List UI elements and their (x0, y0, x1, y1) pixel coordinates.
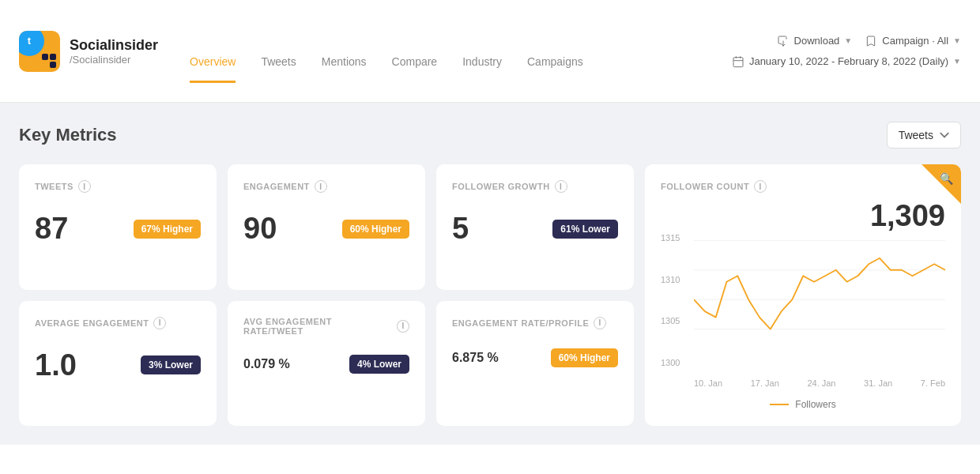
date-range-label: January 10, 2022 - February 8, 2022 (Dai… (749, 55, 948, 67)
legend-line (770, 404, 789, 405)
y-label-1315: 1315 (661, 233, 680, 243)
tweets-label: TWEETS i (35, 180, 201, 193)
avg-rate-tweet-badge: 4% Lower (349, 355, 409, 374)
nav-item-mentions[interactable]: Mentions (322, 36, 367, 83)
tweets-value: 87 (35, 212, 68, 246)
engagement-badge: 60% Higher (342, 220, 409, 239)
y-label-1300: 1300 (661, 358, 680, 367)
date-range-button[interactable]: January 10, 2022 - February 8, 2022 (Dai… (732, 55, 961, 68)
rate-profile-info-icon[interactable]: i (594, 317, 606, 329)
chart-line (694, 258, 945, 329)
calendar-icon (732, 55, 744, 68)
avg-engagement-value: 1.0 (35, 348, 77, 382)
main-nav: Overview Tweets Mentions Compare Industr… (190, 20, 583, 83)
avg-rate-tweet-label: AVG ENGAGEMENT RATE/TWEET i (243, 317, 409, 336)
chart-legend: Followers (661, 399, 945, 410)
follower-growth-label: FOLLOWER GROWTH i (452, 180, 618, 193)
nav-item-tweets[interactable]: Tweets (261, 36, 296, 83)
follower-growth-value: 5 (452, 212, 469, 246)
engagement-card: ENGAGEMENT i 90 60% Higher (228, 164, 425, 290)
tweets-badge: 67% Higher (134, 220, 201, 239)
rate-profile-label: ENGAGEMENT RATE/PROFILE i (452, 317, 618, 329)
avg-engagement-card: AVERAGE ENGAGEMENT i 1.0 3% Lower (19, 301, 217, 427)
campaign-icon (865, 35, 877, 47)
section-title: Key Metrics (19, 125, 117, 145)
tweets-card: TWEETS i 87 67% Higher (19, 164, 217, 290)
avg-engagement-info-icon[interactable]: i (153, 317, 166, 329)
x-label-jan17: 17. Jan (751, 378, 779, 388)
brand-name: Socialinsider (70, 37, 158, 54)
follower-count-value: 1,309 (661, 199, 945, 233)
engagement-label: ENGAGEMENT i (243, 180, 409, 193)
nav-item-campaigns[interactable]: Campaigns (527, 36, 583, 83)
rate-profile-card: ENGAGEMENT RATE/PROFILE i 6.875 % 60% Hi… (436, 301, 634, 427)
download-button[interactable]: Download ▼ (777, 35, 853, 47)
brand-info: Socialinsider /Socialinsider (70, 37, 158, 66)
tweets-info-icon[interactable]: i (78, 180, 91, 193)
engagement-info-icon[interactable]: i (315, 180, 327, 193)
x-label-feb7: 7. Feb (921, 378, 945, 388)
download-arrow: ▼ (844, 36, 852, 45)
search-icon: 🔍 (940, 172, 953, 185)
avg-rate-tweet-card: AVG ENGAGEMENT RATE/TWEET i 0.079 % 4% L… (228, 301, 425, 427)
download-label: Download (794, 35, 840, 47)
engagement-value: 90 (243, 212, 277, 246)
avg-engagement-badge: 3% Lower (141, 356, 201, 374)
follower-count-label: FOLLOWER COUNT i (661, 180, 945, 193)
follower-chart: 1315 1310 1305 1300 (661, 233, 945, 391)
rate-profile-value: 6.875 % (452, 351, 499, 365)
y-label-1305: 1305 (661, 316, 680, 325)
x-label-jan10: 10. Jan (694, 378, 722, 388)
follower-growth-card: FOLLOWER GROWTH i 5 61% Lower (436, 164, 634, 290)
x-label-jan31: 31. Jan (864, 378, 892, 388)
nav-item-overview[interactable]: Overview (190, 36, 236, 83)
campaign-label: Campaign · All (882, 35, 948, 47)
follower-chart-svg (694, 233, 945, 352)
brand-avatar: t (19, 31, 60, 72)
legend-label: Followers (795, 399, 835, 410)
brand-handle: /Socialinsider (70, 54, 158, 66)
campaign-arrow: ▼ (953, 36, 961, 45)
avg-rate-tweet-value: 0.079 % (243, 357, 290, 371)
avg-engagement-label: AVERAGE ENGAGEMENT i (35, 317, 201, 329)
follower-count-card: 🔍 FOLLOWER COUNT i 1,309 1315 1310 1305 … (645, 164, 961, 426)
follower-growth-info-icon[interactable]: i (555, 180, 567, 193)
filter-label: Tweets (899, 129, 933, 141)
header-actions: Download ▼ Campaign · All ▼ (732, 35, 961, 68)
x-label-jan24: 24. Jan (807, 378, 835, 388)
follower-growth-badge: 61% Lower (552, 220, 618, 239)
rate-profile-badge: 60% Higher (551, 348, 618, 367)
avg-rate-tweet-info-icon[interactable]: i (397, 320, 409, 333)
nav-item-compare[interactable]: Compare (392, 36, 438, 83)
date-arrow: ▼ (953, 57, 961, 66)
follower-count-info-icon[interactable]: i (754, 180, 767, 193)
campaign-button[interactable]: Campaign · All ▼ (865, 35, 961, 47)
filter-arrow-icon (940, 130, 949, 140)
download-icon (777, 35, 790, 47)
svg-rect-0 (733, 57, 743, 66)
y-label-1310: 1310 (661, 275, 680, 284)
metrics-filter-select[interactable]: Tweets (887, 122, 961, 149)
nav-item-industry[interactable]: Industry (462, 36, 502, 83)
